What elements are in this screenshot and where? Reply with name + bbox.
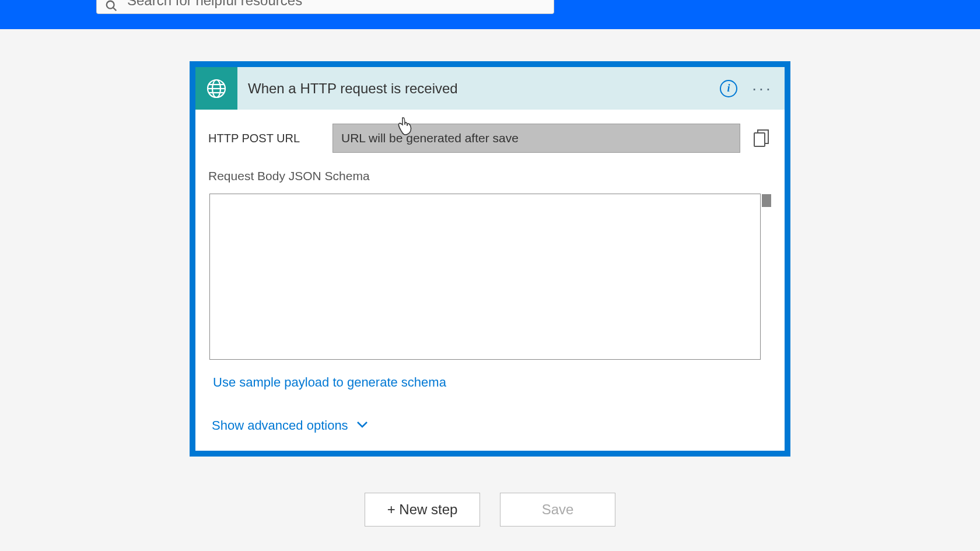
flow-canvas: When a HTTP request is received i ··· HT… xyxy=(0,29,980,527)
schema-label: Request Body JSON Schema xyxy=(208,169,772,183)
schema-textarea[interactable] xyxy=(209,194,761,360)
http-url-row: HTTP POST URL URL will be generated afte… xyxy=(208,124,772,153)
copy-icon xyxy=(753,129,769,148)
step-title: When a HTTP request is received xyxy=(248,80,706,97)
scrollbar-corner xyxy=(762,194,771,207)
svg-point-0 xyxy=(107,1,114,8)
new-step-button[interactable]: + New step xyxy=(365,493,480,527)
copy-url-button[interactable] xyxy=(751,128,772,149)
search-icon xyxy=(105,0,118,15)
step-header[interactable]: When a HTTP request is received i ··· xyxy=(195,67,785,110)
chevron-down-icon xyxy=(356,420,368,431)
http-url-value: URL will be generated after save xyxy=(332,124,740,153)
svg-rect-5 xyxy=(754,133,765,146)
trigger-step-card: When a HTTP request is received i ··· HT… xyxy=(190,61,790,457)
more-menu-button[interactable]: ··· xyxy=(751,77,774,100)
info-icon: i xyxy=(720,80,737,97)
sample-payload-link[interactable]: Use sample payload to generate schema xyxy=(213,375,446,390)
schema-input-wrap xyxy=(208,194,772,362)
http-url-label: HTTP POST URL xyxy=(208,132,322,145)
action-row: + New step Save xyxy=(365,493,615,527)
show-advanced-toggle[interactable]: Show advanced options xyxy=(212,418,772,433)
search-placeholder: Search for helpful resources xyxy=(127,0,302,9)
svg-line-1 xyxy=(113,8,116,10)
top-banner: Search for helpful resources xyxy=(0,0,980,29)
show-advanced-label: Show advanced options xyxy=(212,418,348,433)
http-trigger-icon xyxy=(195,67,237,110)
save-button[interactable]: Save xyxy=(500,493,615,527)
search-input[interactable]: Search for helpful resources xyxy=(96,0,554,14)
step-body: HTTP POST URL URL will be generated afte… xyxy=(195,110,785,451)
info-button[interactable]: i xyxy=(717,77,740,100)
